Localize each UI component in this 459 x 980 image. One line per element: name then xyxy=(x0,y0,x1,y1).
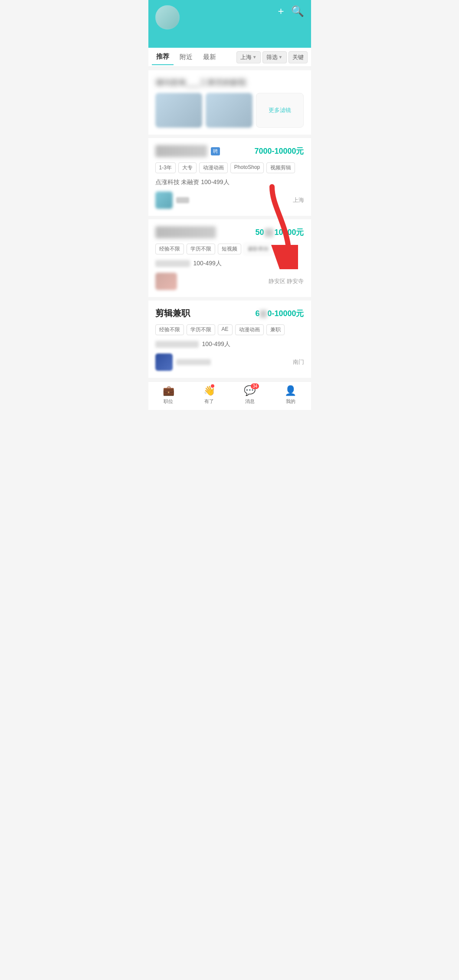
job-tag: 大专 xyxy=(178,162,197,173)
job-tag: 学历不限 xyxy=(187,324,215,335)
job-tags-2: 经验不限 学历不限 短视频 摄影类别 xyxy=(155,244,304,254)
company-info-1: 点涨科技 未融资 100-499人 xyxy=(155,178,304,186)
job-salary-3: 60-10000元 xyxy=(255,308,304,319)
job-title-area-2 xyxy=(155,226,216,238)
nav-item-profile[interactable]: 👤 我的 xyxy=(285,385,296,405)
tab-recommend[interactable]: 推荐 xyxy=(152,49,174,65)
job-tag-photo: 摄影类别 xyxy=(244,244,272,254)
job-tag-photoshop: PhotoShop xyxy=(230,162,264,173)
zhipin-badge-1: 聘 xyxy=(211,147,220,155)
search-icon[interactable]: 🔍 xyxy=(291,5,304,17)
job-title-blur-2 xyxy=(155,226,216,238)
nav-item-jobs[interactable]: 💼 职位 xyxy=(163,385,174,405)
job-card-3[interactable]: 剪辑兼职 60-10000元 经验不限 学历不限 AE 动漫动画 兼职 100-… xyxy=(148,300,311,378)
job-title-3: 剪辑兼职 xyxy=(155,307,190,319)
page-wrapper: + 🔍 推荐 附近 最新 上海 ▼ 筛选 ▼ 关键 请问您有___三类空的影院 xyxy=(148,0,311,410)
nav-item-messages[interactable]: 💬 34 消息 xyxy=(244,385,256,405)
nav-label-messages: 消息 xyxy=(245,398,255,405)
job-tags-1: 1-3年 大专 动漫动画 PhotoShop 视频剪辑 xyxy=(155,162,304,173)
job-tag: 动漫动画 xyxy=(199,162,228,173)
company-info-2: 100-499人 xyxy=(155,260,304,267)
nav-tabs: 推荐 附近 最新 上海 ▼ 筛选 ▼ 关键 xyxy=(148,48,311,67)
chevron-down-icon-2: ▼ xyxy=(279,55,283,59)
job-card-2[interactable]: 5010000元 经验不限 学历不限 短视频 摄影类别 100-499人 静安区… xyxy=(148,219,311,297)
header: + 🔍 xyxy=(148,0,311,48)
keyword-filter[interactable]: 关键 xyxy=(289,51,308,63)
job-tag: 动漫动画 xyxy=(235,324,264,335)
nav-label-profile: 我的 xyxy=(286,398,295,405)
job-header-2: 5010000元 xyxy=(155,226,304,238)
nav-label-youle: 有了 xyxy=(204,398,214,405)
city-filter[interactable]: 上海 ▼ xyxy=(236,51,261,63)
filter-btn[interactable]: 筛选 ▼ xyxy=(262,51,287,63)
job-salary-1: 7000-10000元 xyxy=(254,146,304,156)
job-tag: 兼职 xyxy=(266,324,285,335)
job-tag: 经验不限 xyxy=(155,324,184,335)
company-info-3: 100-499人 xyxy=(155,340,304,348)
job-tag: 1-3年 xyxy=(155,162,176,173)
company-logo-1 xyxy=(155,191,173,209)
nav-label-jobs: 职位 xyxy=(164,398,173,405)
company-bottom-3: 南门 xyxy=(155,353,304,371)
job-title-area-1: 聘 xyxy=(155,145,220,157)
recruiter-name-3 xyxy=(176,359,211,365)
plus-icon[interactable]: + xyxy=(278,5,284,17)
job-tag: 经验不限 xyxy=(155,244,184,254)
job-title-blur-1 xyxy=(155,145,207,157)
recruiter-name-1 xyxy=(176,197,189,203)
message-badge: 34 xyxy=(251,383,259,389)
job-location-2: 静安区 静安寺 xyxy=(269,277,304,285)
nav-dot-badge xyxy=(211,384,214,388)
company-avatar-1 xyxy=(155,191,189,209)
briefcase-icon: 💼 xyxy=(163,385,174,396)
job-header-3: 剪辑兼职 60-10000元 xyxy=(155,307,304,319)
job-salary-2: 5010000元 xyxy=(255,227,304,238)
bottom-nav: 💼 职位 👋 有了 💬 34 消息 👤 我的 xyxy=(148,381,311,410)
person-icon: 👤 xyxy=(285,385,296,396)
filter-area: 上海 ▼ 筛选 ▼ 关键 xyxy=(236,51,308,63)
job-tag: 视频剪辑 xyxy=(266,162,295,173)
avatar-image xyxy=(155,5,180,30)
company-logo-3 xyxy=(155,353,173,371)
job-location-3: 南门 xyxy=(293,358,304,366)
job-tag: 短视频 xyxy=(218,244,241,254)
job-card-1[interactable]: 聘 7000-10000元 1-3年 大专 动漫动画 PhotoShop 视频剪… xyxy=(148,138,311,216)
chevron-down-icon: ▼ xyxy=(252,55,257,59)
banner-more[interactable]: 更多滤镜 xyxy=(256,93,304,128)
avatar[interactable] xyxy=(155,5,180,30)
job-tag: 学历不限 xyxy=(187,244,215,254)
nav-item-youle[interactable]: 👋 有了 xyxy=(203,385,215,405)
company-bottom-1: 上海 xyxy=(155,191,304,209)
more-text: 更多滤镜 xyxy=(269,106,291,114)
job-header-1: 聘 7000-10000元 xyxy=(155,145,304,157)
job-tags-3: 经验不限 学历不限 AE 动漫动画 兼职 xyxy=(155,324,304,335)
banner-img-2[interactable] xyxy=(206,93,252,128)
tab-nearby[interactable]: 附近 xyxy=(175,49,197,65)
company-avatar-3 xyxy=(155,353,211,371)
company-bottom-2: 静安区 静安寺 xyxy=(155,273,304,290)
banner-title: 请问您有___三类空的影院 xyxy=(155,77,304,88)
banner-images: 更多滤镜 xyxy=(155,93,304,128)
company-avatar-2 xyxy=(155,273,177,290)
company-logo-2 xyxy=(155,273,177,290)
job-location-1: 上海 xyxy=(293,196,304,204)
banner-section: 请问您有___三类空的影院 更多滤镜 xyxy=(148,70,311,135)
banner-img-1[interactable] xyxy=(155,93,202,128)
tab-latest[interactable]: 最新 xyxy=(199,49,220,65)
job-tag: AE xyxy=(218,324,233,335)
